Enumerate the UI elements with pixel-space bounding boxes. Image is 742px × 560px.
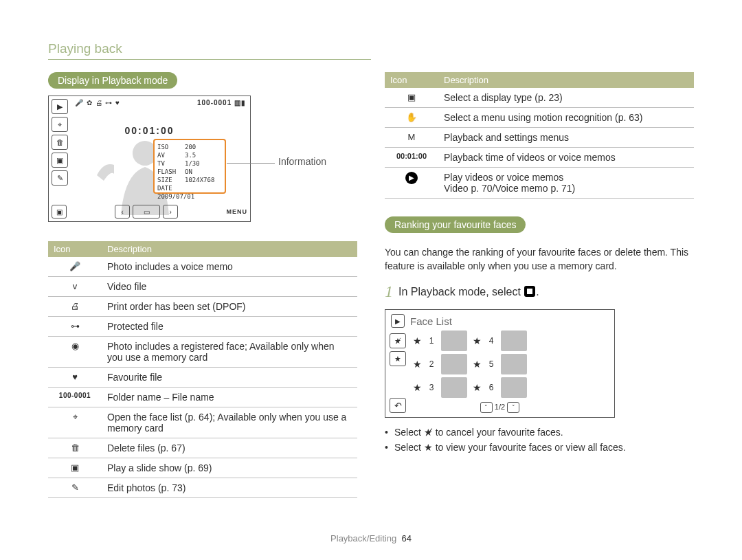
- face-num: 2: [427, 359, 436, 369]
- info-row: SIZE1024X768: [157, 176, 222, 184]
- step-text-prefix: In Playback mode, select: [398, 286, 524, 298]
- face-thumb[interactable]: [501, 377, 527, 398]
- row-desc: Print order has been set (DPOF): [102, 297, 357, 317]
- face-num: 1: [427, 336, 436, 346]
- row-icon: ⌖: [48, 407, 102, 438]
- prev-arrow-icon[interactable]: ‹: [115, 205, 130, 219]
- icon-description-table-right: Icon Description ▣Select a display type …: [385, 72, 694, 199]
- table-row: ✎Edit photos (p. 73): [48, 478, 357, 498]
- screenshot-left-buttons: ▶ ⌖ 🗑 ▣ ✎: [52, 99, 68, 186]
- delete-icon[interactable]: 🗑: [52, 135, 68, 150]
- face-thumb[interactable]: [441, 354, 467, 374]
- play-icon[interactable]: ▶: [52, 99, 68, 114]
- face-grid: ★1 ★4 ★2 ★5 ★3 ★6: [413, 331, 527, 398]
- bullet-pre: Select: [394, 442, 424, 453]
- row-icon: ♥: [48, 368, 102, 388]
- row-icon: ▣: [385, 88, 438, 108]
- star-icon[interactable]: ★: [390, 351, 406, 366]
- face-thumb[interactable]: [441, 331, 467, 351]
- play-icon[interactable]: ▶: [391, 314, 405, 328]
- star-icon: ★: [413, 359, 422, 370]
- table-row: ♥Favourite file: [48, 368, 357, 388]
- information-label: Information: [278, 156, 326, 167]
- next-arrow-icon[interactable]: ›: [163, 205, 178, 219]
- left-column: Display in Playback mode 🎤 ✿ 🖨 ⊶ ♥ 100-0…: [48, 72, 357, 498]
- info-row: DATE2009/07/01: [157, 184, 222, 201]
- row-desc: Select a menu using motion recognition (…: [438, 108, 694, 128]
- table-row: 100-0001Folder name – File name: [48, 388, 357, 407]
- page-up-icon[interactable]: ˄: [480, 402, 493, 413]
- footer-section: Playback/Editing: [330, 533, 396, 544]
- table-row: 🗑Delete files (p. 67): [48, 438, 357, 458]
- row-icon: 100-0001: [48, 388, 102, 407]
- table-row: 00:01:00Playback time of videos or voice…: [385, 148, 694, 168]
- star-off-icon[interactable]: ★̸: [390, 333, 406, 348]
- svg-rect-1: [527, 289, 532, 294]
- bullet-post: to cancel your favourite faces.: [433, 427, 563, 438]
- face-num: 4: [487, 336, 495, 346]
- display-type-icon[interactable]: ▣: [52, 205, 67, 219]
- star-icon: ★: [473, 359, 482, 370]
- face-thumb[interactable]: [501, 354, 527, 374]
- list-item: Select ★ to view your favourite faces or…: [385, 440, 694, 455]
- page-down-icon[interactable]: ˅: [507, 402, 519, 413]
- row-icon: ✎: [48, 478, 102, 498]
- title-underline: [48, 59, 371, 60]
- face-list-title: Face List: [410, 315, 452, 327]
- row-icon: ⊶: [48, 317, 102, 337]
- row-icon: 🗑: [48, 438, 102, 458]
- row-desc: Folder name – File name: [102, 388, 357, 407]
- step-text: In Playback mode, select .: [398, 285, 539, 298]
- table-row: ▣Select a display type (p. 23): [385, 88, 694, 108]
- step-1-row: 1 In Playback mode, select .: [385, 282, 694, 301]
- star-icon: ★: [424, 442, 433, 453]
- row-desc: Delete files (p. 67): [102, 438, 357, 458]
- table-row: vVideo file: [48, 277, 357, 297]
- playback-screenshot-wrap: 🎤 ✿ 🖨 ⊶ ♥ 100-0001 ▥▮ ▶ ⌖ 🗑 ▣ ✎ 00:01:00…: [48, 96, 357, 222]
- info-row: ISO200: [157, 143, 222, 151]
- slideshow-icon[interactable]: ▣: [52, 153, 68, 168]
- face-thumb[interactable]: [441, 377, 467, 398]
- play-circle-icon: ▶: [405, 172, 418, 184]
- table-row: ▶Play videos or voice memos Video p. 70/…: [385, 168, 694, 199]
- edit-icon[interactable]: ✎: [52, 170, 68, 186]
- row-icon: ▶: [385, 168, 438, 199]
- folder-file-text: 100-0001: [197, 99, 232, 107]
- row-desc: Play a slide show (p. 69): [102, 458, 357, 478]
- screenshot-bottom-bar: ▣ ‹ ▭ › MENU: [52, 205, 247, 219]
- th-description: Description: [438, 72, 694, 88]
- table-row: ⌖Open the face list (p. 64); Available o…: [48, 407, 357, 438]
- table-row: ⊶Protected file: [48, 317, 357, 337]
- table-row: ▣Play a slide show (p. 69): [48, 458, 357, 478]
- face-num: 3: [427, 383, 436, 392]
- face-list-header: ▶ Face List: [391, 314, 452, 328]
- row-desc: Photo includes a registered face; Availa…: [102, 337, 357, 368]
- row-icon: M: [385, 128, 438, 148]
- star-icon: ★: [473, 382, 482, 393]
- face-list-select-icon: [524, 285, 536, 298]
- row-icon: 00:01:00: [385, 148, 438, 168]
- page-footer: Playback/Editing 64: [0, 533, 742, 544]
- info-row: FLASHON: [157, 168, 222, 176]
- row-desc: Favourite file: [102, 368, 357, 388]
- icon-description-table-left: Icon Description 🎤Photo includes a voice…: [48, 241, 357, 498]
- row-icon: ▣: [48, 458, 102, 478]
- row-icon: ◉: [48, 337, 102, 368]
- page-title: Playing back: [48, 41, 694, 56]
- row-desc: Edit photos (p. 73): [102, 478, 357, 498]
- star-icon: ★: [413, 335, 422, 346]
- ranking-intro-text: You can change the ranking of your favou…: [385, 245, 694, 273]
- row-icon: ✋: [385, 108, 438, 128]
- menu-label[interactable]: MENU: [227, 208, 248, 215]
- right-column: Icon Description ▣Select a display type …: [385, 72, 694, 498]
- row-desc: Play videos or voice memos Video p. 70/V…: [438, 168, 694, 199]
- screenshot-info-box: ISO200 AV3.5 TV1/30 FLASHON SIZE1024X768…: [153, 139, 226, 194]
- star-icon: ★: [473, 335, 482, 346]
- row-desc: Photo includes a voice memo: [102, 257, 357, 277]
- two-column-layout: Display in Playback mode 🎤 ✿ 🖨 ⊶ ♥ 100-0…: [48, 72, 694, 498]
- table-row: ✋Select a menu using motion recognition …: [385, 108, 694, 128]
- face-thumb[interactable]: [501, 331, 527, 351]
- info-leader-line: [227, 163, 275, 164]
- row-desc: Protected file: [102, 317, 357, 337]
- bottom-center-icon[interactable]: ▭: [133, 205, 160, 219]
